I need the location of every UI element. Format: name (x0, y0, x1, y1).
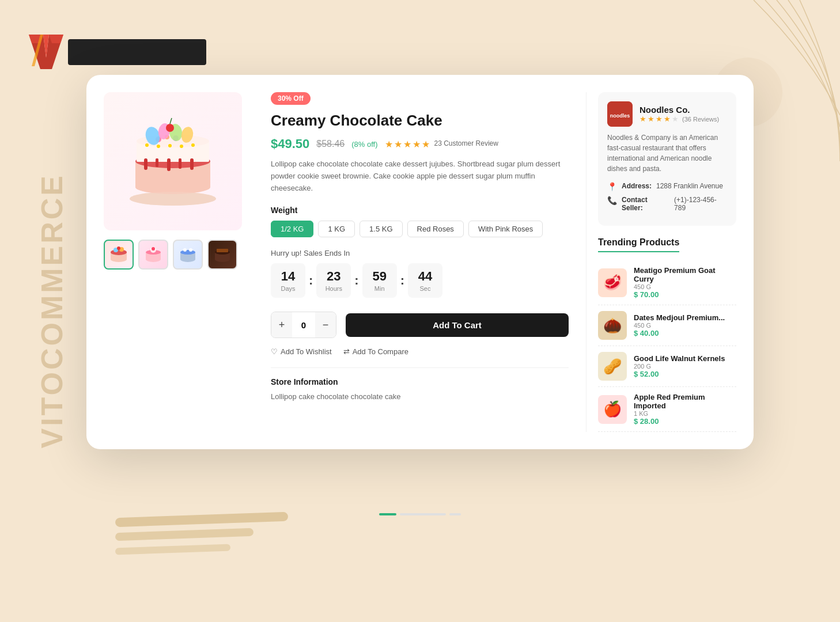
svg-rect-15 (190, 158, 194, 170)
phone-icon: 📞 (607, 196, 617, 205)
weight-options: 1/2 KG 1 KG 1.5 KG Red Roses With Pink R… (271, 221, 569, 237)
time-sep-3: : (400, 273, 404, 288)
weight-btn-half-kg[interactable]: 1/2 KG (271, 221, 313, 237)
trending-qty-2: 450 G (634, 322, 725, 329)
trending-price-1: $ 70.00 (634, 290, 736, 299)
trending-name-1: Meatigo Premium Goat Curry (634, 266, 736, 283)
trending-price-4: $ 28.00 (634, 417, 736, 426)
trending-qty-1: 450 G (634, 283, 736, 290)
trending-price-2: $ 40.00 (634, 329, 725, 337)
seller-review-count: (36 Reviews) (682, 116, 719, 123)
logo-text-bar (68, 39, 206, 65)
discount-badge: 30% Off (271, 92, 311, 105)
days-box: 14 Days (271, 263, 305, 298)
hours-value: 23 (324, 269, 343, 284)
min-box: 59 Min (362, 263, 397, 298)
thumbnail-2[interactable] (138, 240, 168, 270)
sec-box: 44 Sec (408, 263, 442, 298)
svg-point-46 (189, 248, 192, 252)
svg-rect-14 (179, 158, 181, 169)
thumbnail-4[interactable] (207, 240, 237, 270)
logo-icon (29, 35, 63, 69)
address-value: 1288 Franklin Avenue (656, 182, 723, 190)
add-to-wishlist-link[interactable]: ♡ Add To Wishlist (271, 347, 332, 356)
store-info-text: Lollipop cake chocolate chocolate cake (271, 391, 569, 403)
trending-img-3: 🥜 (598, 352, 627, 381)
store-info-section: Store Information Lollipop cake chocolat… (271, 367, 569, 403)
trending-img-2: 🌰 (598, 311, 627, 340)
contact-value: (+1)-123-456-789 (674, 196, 727, 212)
days-label: Days (279, 285, 297, 292)
main-product-image (104, 92, 242, 230)
weight-btn-1-5kg[interactable]: 1.5 KG (360, 221, 402, 237)
trending-info-1: Meatigo Premium Goat Curry 450 G $ 70.00 (634, 266, 736, 299)
weight-btn-pink-roses[interactable]: With Pink Roses (468, 221, 543, 237)
product-description: Lollipop cake chocolate chocolate cake d… (271, 158, 569, 194)
trending-item-1[interactable]: 🥩 Meatigo Premium Goat Curry 450 G $ 70.… (598, 260, 736, 305)
trending-item-3[interactable]: 🥜 Good Life Walnut Kernels 200 G $ 52.00 (598, 346, 736, 387)
image-panel (104, 92, 253, 432)
add-to-cart-button[interactable]: Add To Cart (346, 313, 569, 337)
weight-btn-red-roses[interactable]: Red Roses (407, 221, 464, 237)
svg-point-45 (183, 248, 187, 252)
product-panel: 30% Off Creamy Chocolate Cake $49.50 $58… (253, 92, 587, 432)
svg-point-25 (145, 143, 149, 147)
trending-item-2[interactable]: 🌰 Dates Medjoul Premium... 450 G $ 40.00 (598, 305, 736, 346)
address-label: Address: (622, 182, 652, 190)
hours-label: Hours (324, 285, 343, 292)
trending-qty-3: 200 G (634, 363, 725, 370)
add-to-compare-link[interactable]: ⇄ Add To Compare (343, 347, 408, 356)
seller-address-row: 📍 Address: 1288 Franklin Avenue (607, 182, 727, 191)
trending-item-4[interactable]: 🍎 Apple Red Premium Imported 1 KG $ 28.0… (598, 387, 736, 432)
trending-qty-4: 1 KG (634, 410, 736, 417)
svg-point-33 (111, 249, 127, 255)
svg-rect-50 (217, 249, 228, 252)
seller-rating: ★ ★ ★ ★ ★ (36 Reviews) (640, 115, 719, 123)
countdown-boxes: 14 Days : 23 Hours : 59 Min : 44 Sec (271, 263, 569, 298)
product-title: Creamy Chocolate Cake (271, 112, 569, 130)
price-row: $49.50 $58.46 (8% off) ★ ★ ★ ★ ★ 23 Cust… (271, 136, 569, 151)
heart-icon: ♡ (271, 347, 278, 356)
quantity-input[interactable] (292, 320, 315, 330)
svg-line-24 (170, 118, 172, 124)
thumbnail-3[interactable] (173, 240, 203, 270)
countdown-label: Hurry up! Sales Ends In (271, 249, 569, 257)
review-count: 23 Customer Review (434, 139, 498, 149)
trending-info-3: Good Life Walnut Kernels 200 G $ 52.00 (634, 354, 725, 378)
side-brand-text: VITOCOMMERCE (35, 115, 69, 507)
price-main: $49.50 (271, 136, 309, 151)
compare-icon: ⇄ (343, 347, 350, 356)
svg-text:noodles: noodles (610, 113, 630, 119)
svg-point-41 (152, 247, 155, 251)
cake-illustration (115, 104, 230, 219)
wishlist-compare-row: ♡ Add To Wishlist ⇄ Add To Compare (271, 347, 569, 356)
seller-description: Noodles & Company is an American fast-ca… (607, 132, 727, 174)
seller-name: Noodles Co. (640, 105, 719, 115)
days-value: 14 (279, 269, 297, 284)
svg-rect-12 (156, 158, 158, 167)
svg-point-27 (168, 144, 172, 147)
weight-btn-1kg[interactable]: 1 KG (318, 221, 355, 237)
svg-point-30 (130, 192, 216, 206)
svg-point-29 (191, 143, 195, 147)
thumbnail-1[interactable] (104, 240, 134, 270)
seller-logo: noodles (607, 101, 633, 127)
qty-decrease-button[interactable]: + (271, 312, 292, 337)
trending-img-1: 🥩 (598, 268, 627, 297)
price-discount-pct: (8% off) (351, 140, 377, 149)
sidebar-panel: noodles Noodles Co. ★ ★ ★ ★ ★ (36 Review… (587, 92, 736, 432)
svg-point-26 (157, 145, 160, 148)
countdown-section: Hurry up! Sales Ends In 14 Days : 23 Hou… (271, 249, 569, 298)
trending-price-3: $ 52.00 (634, 370, 725, 378)
svg-rect-13 (167, 158, 171, 171)
thumbnail-strip (104, 240, 253, 270)
trending-title: Trending Products (598, 237, 679, 252)
time-sep-2: : (354, 273, 358, 288)
sec-value: 44 (416, 269, 434, 284)
qty-increase-button[interactable]: − (315, 312, 336, 337)
weight-label: Weight (271, 206, 569, 215)
svg-point-36 (117, 246, 120, 250)
svg-point-23 (166, 124, 174, 132)
seller-card: noodles Noodles Co. ★ ★ ★ ★ ★ (36 Review… (598, 92, 736, 226)
svg-point-28 (180, 145, 183, 148)
